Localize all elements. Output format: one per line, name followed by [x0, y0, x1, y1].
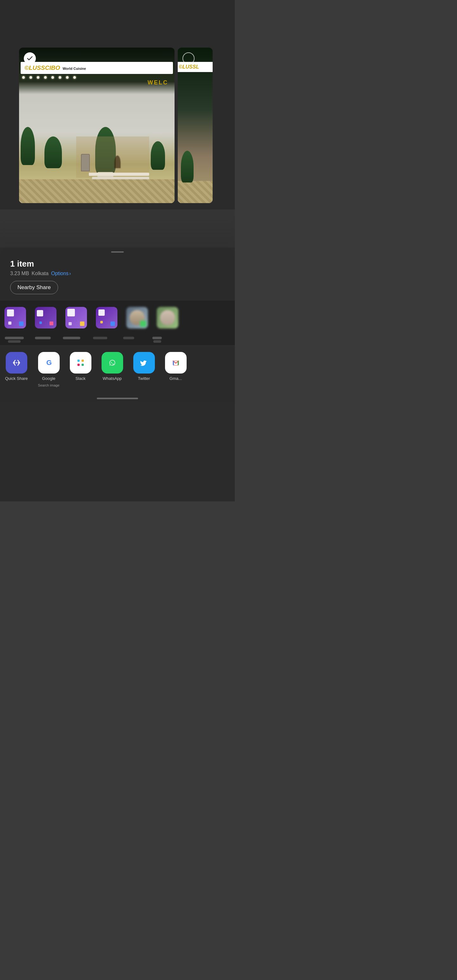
share-sheet: 1 item 3.23 MB Kolkata Options › Nearby … [0, 248, 235, 403]
photo-main-image: ©LUSSCIBO World Cuisine WELC [19, 48, 175, 203]
contact-item[interactable] [152, 307, 183, 330]
contact-avatar [65, 307, 87, 328]
home-bar [97, 398, 138, 399]
app-name-sub: Search image [38, 383, 60, 387]
svg-rect-9 [78, 364, 80, 366]
photo-selected-checkmark[interactable] [24, 52, 36, 64]
contacts-row [0, 301, 235, 337]
contact-avatar [96, 307, 118, 328]
svg-rect-7 [78, 360, 80, 362]
contact-label-item [0, 337, 29, 343]
contact-item[interactable] [30, 307, 61, 330]
google-icon: G [38, 352, 60, 374]
app-item-twitter[interactable]: Twitter [128, 352, 160, 387]
app-name: Google [42, 376, 56, 381]
app-item-slack[interactable]: Slack [65, 352, 97, 387]
gmail-icon [165, 352, 186, 374]
apps-row: Quick Share G Google Search image [0, 345, 235, 393]
photo-unselected-circle[interactable] [183, 52, 194, 64]
photo-secondary[interactable]: ©LUSSL [178, 48, 213, 203]
contact-label-item [114, 337, 143, 343]
svg-point-3 [18, 362, 19, 363]
svg-rect-10 [81, 364, 84, 366]
contact-avatar [35, 307, 56, 328]
app-item-google[interactable]: G Google Search image [33, 352, 65, 387]
svg-rect-8 [81, 360, 84, 362]
photo-secondary-image: ©LUSSL [178, 48, 213, 203]
contact-avatar [157, 307, 178, 328]
app-name: WhatsApp [103, 376, 122, 381]
options-link[interactable]: Options › [51, 271, 71, 277]
app-item-quick-share[interactable]: Quick Share [0, 352, 33, 387]
home-indicator [0, 393, 235, 403]
contact-item[interactable] [91, 307, 122, 330]
contact-label-item [29, 337, 57, 343]
contact-labels-row [0, 337, 235, 345]
drag-handle[interactable] [111, 251, 124, 253]
app-name: Gma... [169, 376, 182, 381]
app-name: Quick Share [5, 376, 28, 381]
quick-share-icon [6, 352, 27, 374]
contact-label-item [143, 337, 171, 343]
contact-label-item [86, 337, 114, 343]
twitter-icon [133, 352, 155, 374]
location: Kolkata [32, 271, 49, 277]
contact-item[interactable] [122, 307, 152, 330]
slack-icon [70, 352, 91, 374]
share-info: 1 item 3.23 MB Kolkata Options › Nearby … [0, 259, 235, 301]
contact-label-item [57, 337, 86, 343]
nearby-share-button[interactable]: Nearby Share [10, 281, 58, 294]
svg-point-1 [14, 362, 15, 363]
photo-gallery: ©LUSSCIBO World Cuisine WELC [0, 0, 235, 210]
contact-item[interactable] [0, 307, 30, 330]
file-size: 3.23 MB [10, 271, 29, 277]
app-item-gmail[interactable]: Gma... [160, 352, 192, 387]
photo-main[interactable]: ©LUSSCIBO World Cuisine WELC [19, 48, 175, 203]
item-meta: 3.23 MB Kolkata Options › [10, 271, 225, 277]
svg-point-6 [75, 357, 86, 369]
item-count: 1 item [10, 259, 225, 269]
contact-item[interactable] [61, 307, 91, 330]
svg-text:G: G [46, 359, 52, 366]
app-item-whatsapp[interactable]: WhatsApp [97, 352, 128, 387]
whatsapp-icon [102, 352, 123, 374]
app-name: Slack [75, 376, 86, 381]
contact-avatar [126, 307, 148, 328]
svg-point-2 [16, 362, 17, 363]
app-name: Twitter [138, 376, 150, 381]
contact-avatar [5, 307, 26, 328]
blur-section [0, 210, 235, 248]
